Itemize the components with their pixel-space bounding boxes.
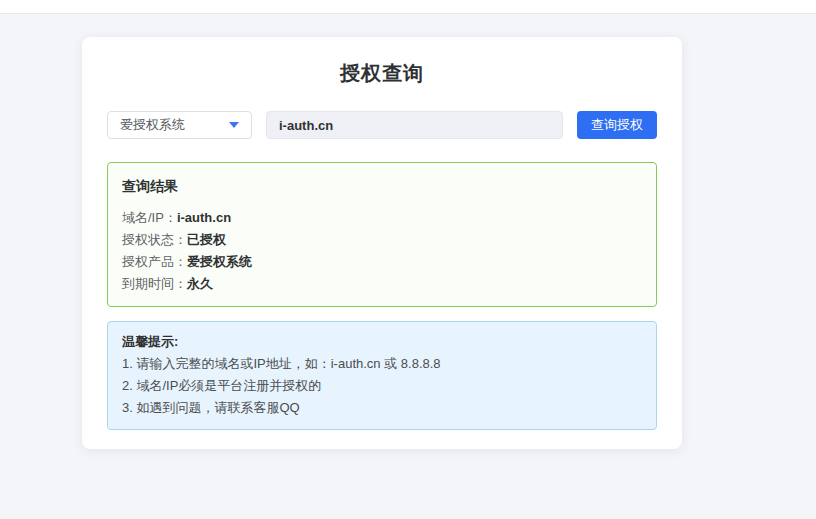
result-value: 永久 bbox=[187, 276, 213, 291]
top-bar bbox=[0, 0, 816, 14]
page-title: 授权查询 bbox=[107, 37, 657, 87]
auth-query-card: 授权查询 爱授权系统 查询授权 查询结果 域名/IP：i-auth.cn 授权状… bbox=[82, 37, 682, 449]
query-auth-button[interactable]: 查询授权 bbox=[577, 111, 657, 139]
result-heading: 查询结果 bbox=[122, 178, 642, 196]
domain-input[interactable] bbox=[266, 111, 563, 139]
result-label: 授权产品： bbox=[122, 254, 187, 269]
result-row-product: 授权产品：爱授权系统 bbox=[122, 251, 642, 273]
tips-heading: 温馨提示: bbox=[122, 331, 642, 353]
tips-panel: 温馨提示: 1. 请输入完整的域名或IP地址，如：i-auth.cn 或 8.8… bbox=[107, 321, 657, 430]
result-label: 授权状态： bbox=[122, 232, 187, 247]
tip-item-3: 3. 如遇到问题，请联系客服QQ bbox=[122, 397, 642, 419]
query-form-row: 爱授权系统 查询授权 bbox=[107, 111, 657, 139]
chevron-down-icon bbox=[229, 122, 239, 128]
result-row-status: 授权状态：已授权 bbox=[122, 229, 642, 251]
result-label: 到期时间： bbox=[122, 276, 187, 291]
result-value: i-auth.cn bbox=[177, 210, 231, 225]
tip-item-1: 1. 请输入完整的域名或IP地址，如：i-auth.cn 或 8.8.8.8 bbox=[122, 353, 642, 375]
tip-item-2: 2. 域名/IP必须是平台注册并授权的 bbox=[122, 375, 642, 397]
product-select-value: 爱授权系统 bbox=[120, 116, 185, 134]
query-result-panel: 查询结果 域名/IP：i-auth.cn 授权状态：已授权 授权产品：爱授权系统… bbox=[107, 162, 657, 307]
result-row-domain: 域名/IP：i-auth.cn bbox=[122, 207, 642, 229]
result-row-expiry: 到期时间：永久 bbox=[122, 273, 642, 295]
product-select[interactable]: 爱授权系统 bbox=[107, 111, 252, 139]
result-value: 爱授权系统 bbox=[187, 254, 252, 269]
result-label: 域名/IP： bbox=[122, 210, 177, 225]
result-value status-badge: 已授权 bbox=[187, 232, 226, 247]
